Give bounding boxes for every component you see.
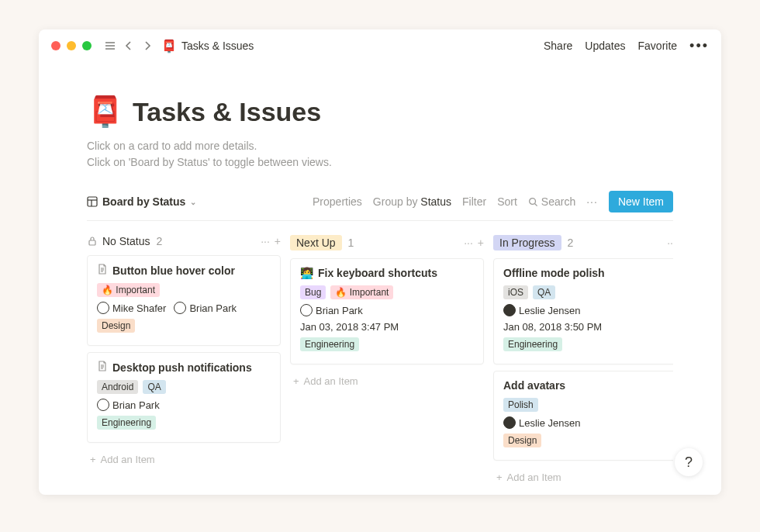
favorite-button[interactable]: Favorite [638, 40, 678, 52]
page-description[interactable]: Click on a card to add more details. Cli… [87, 138, 673, 171]
plus-icon: + [496, 472, 503, 483]
board-card[interactable]: Add avatarsPolishLeslie JensenDesign [493, 371, 673, 461]
column-count: 2 [156, 235, 162, 247]
column-more-icon[interactable]: ··· [464, 237, 473, 249]
chevron-down-icon: ⌄ [190, 198, 196, 206]
share-button[interactable]: Share [544, 40, 572, 52]
updates-button[interactable]: Updates [585, 40, 625, 52]
tag-ios: iOS [503, 285, 528, 299]
column-add-icon[interactable]: + [275, 235, 281, 247]
svg-rect-8 [89, 240, 95, 245]
column-more-icon[interactable]: ··· [261, 235, 270, 247]
person: Mike Shafer [97, 302, 166, 314]
avatar-icon [174, 302, 186, 314]
column-title[interactable]: In Progress [493, 235, 561, 250]
person: Brian Park [97, 399, 160, 411]
menu-icon[interactable] [101, 36, 119, 55]
person: Leslie Jensen [503, 416, 581, 429]
board-icon [87, 196, 98, 207]
new-item-button[interactable]: New Item [609, 191, 673, 212]
column-header: Next Up1···+ [290, 233, 484, 258]
column-header: In Progress2···+ [493, 233, 673, 258]
breadcrumb-title: Tasks & Issues [181, 40, 254, 52]
search-icon [528, 197, 538, 207]
board-card[interactable]: Button blue hover color🔥 ImportantMike S… [87, 255, 281, 346]
page-icon [97, 361, 108, 374]
column-header: No Status2···+ [87, 233, 281, 255]
tag-design: Design [97, 319, 135, 333]
card-title: Add avatars [503, 379, 673, 392]
tag-design: Design [503, 434, 541, 447]
tag-polish: Polish [503, 398, 538, 412]
person: Brian Park [174, 302, 237, 314]
maximize-window-icon[interactable] [82, 41, 92, 50]
card-title: 👩‍💻Fix keyboard shortcuts [300, 267, 474, 279]
svg-point-6 [530, 198, 536, 204]
svg-line-7 [534, 203, 537, 206]
card-title: Button blue hover color [97, 264, 271, 277]
nav-back-icon[interactable] [119, 36, 138, 55]
page-icon [97, 264, 108, 277]
nav-forward-icon[interactable] [138, 36, 157, 55]
view-selector[interactable]: Board by Status ⌄ [87, 195, 196, 208]
board-toolbar: Board by Status ⌄ Properties Group by St… [87, 191, 673, 221]
tag-engineering: Engineering [300, 337, 359, 351]
properties-button[interactable]: Properties [313, 195, 362, 208]
titlebar: 📮 Tasks & Issues Share Updates Favorite … [39, 29, 721, 60]
filter-button[interactable]: Filter [462, 195, 486, 208]
sort-button[interactable]: Sort [497, 195, 517, 208]
card-date: Jan 03, 2018 3:47 PM [300, 321, 474, 333]
column-title[interactable]: Next Up [290, 235, 342, 250]
board-column-inprogress: In Progress2···+Offline mode polishiOSQA… [493, 233, 673, 495]
person: Brian Park [300, 304, 363, 316]
svg-rect-3 [88, 197, 97, 206]
avatar-icon [300, 304, 313, 316]
board: No Status2···+Button blue hover color🔥 I… [87, 233, 673, 495]
avatar-icon [503, 416, 516, 429]
board-card[interactable]: 👩‍💻Fix keyboard shortcutsBug🔥 ImportantB… [290, 258, 484, 364]
add-item-button[interactable]: +Add an Item [290, 371, 484, 392]
breadcrumb[interactable]: 📮 Tasks & Issues [161, 39, 254, 54]
tag-bug: Bug [300, 285, 326, 299]
avatar-icon [97, 302, 109, 314]
search-button[interactable]: Search [528, 195, 575, 208]
plus-icon: + [293, 375, 299, 387]
card-date: Jan 08, 2018 3:50 PM [503, 321, 673, 333]
app-window: 📮 Tasks & Issues Share Updates Favorite … [39, 29, 721, 495]
page-title[interactable]: Tasks & Issues [133, 97, 321, 127]
close-window-icon[interactable] [51, 41, 60, 50]
more-icon[interactable]: ••• [689, 38, 709, 54]
avatar-icon [503, 304, 516, 316]
card-title: Offline mode polish [503, 267, 673, 279]
tag-important: 🔥 Important [330, 285, 393, 299]
plus-icon: + [90, 454, 96, 465]
page-emoji-icon[interactable]: 📮 [87, 95, 123, 129]
add-item-button[interactable]: +Add an Item [87, 449, 281, 470]
column-count: 2 [568, 237, 574, 249]
card-emoji-icon: 👩‍💻 [300, 267, 313, 279]
column-count: 1 [348, 237, 354, 249]
tag-qa: QA [533, 285, 555, 299]
board-card[interactable]: Offline mode polishiOSQALeslie JensenJan… [493, 258, 673, 364]
board-column-nostatus: No Status2···+Button blue hover color🔥 I… [87, 233, 281, 495]
tag-android: Android [97, 380, 138, 394]
page-header: 📮 Tasks & Issues [87, 95, 673, 129]
tag-engineering: Engineering [503, 337, 562, 351]
toolbar-more-icon[interactable]: ··· [586, 195, 598, 208]
column-add-icon[interactable]: + [478, 237, 484, 249]
page-content: 📮 Tasks & Issues Click on a card to add … [39, 60, 721, 495]
person: Leslie Jensen [503, 304, 581, 316]
traffic-lights [51, 41, 92, 50]
board-column-nextup: Next Up1···+👩‍💻Fix keyboard shortcutsBug… [290, 233, 484, 495]
minimize-window-icon[interactable] [67, 41, 76, 50]
tag-important: 🔥 Important [97, 283, 160, 297]
card-title: Desktop push notifications [97, 361, 271, 374]
board-card[interactable]: Desktop push notificationsAndroidQABrian… [87, 352, 281, 443]
help-button[interactable]: ? [675, 448, 703, 476]
breadcrumb-icon: 📮 [161, 39, 177, 54]
add-item-button[interactable]: +Add an Item [493, 467, 673, 488]
column-title[interactable]: No Status [87, 235, 150, 247]
tag-qa: QA [143, 380, 165, 394]
group-by-button[interactable]: Group by Status [373, 195, 451, 208]
column-more-icon[interactable]: ··· [667, 237, 673, 249]
